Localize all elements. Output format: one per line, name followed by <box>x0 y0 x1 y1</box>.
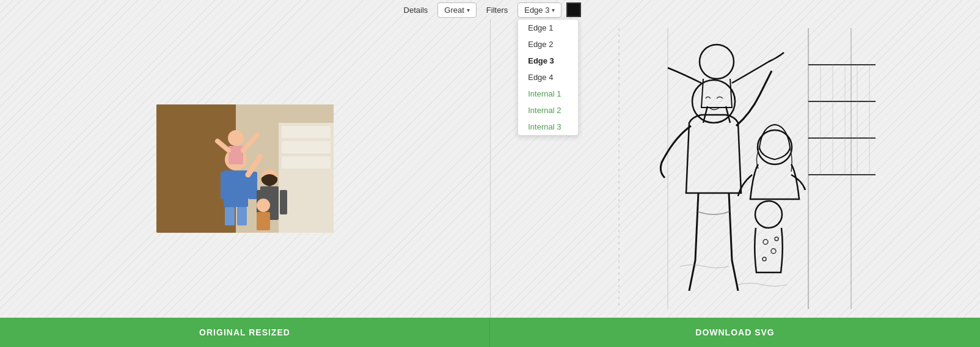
edge-dropdown-label: Edge 3 <box>524 5 549 15</box>
original-image <box>156 104 334 233</box>
svg-point-21 <box>257 199 270 212</box>
dropdown-item-internal1[interactable]: Internal 1 <box>518 86 578 102</box>
great-label: Great <box>444 5 464 15</box>
svg-point-35 <box>755 201 782 228</box>
download-svg-button[interactable]: DOWNLOAD SVG <box>490 318 980 347</box>
edge-dropdown-container: Edge 3 ▾ Edge 1 Edge 2 Edge 3 Edge 4 Int… <box>517 2 561 18</box>
svg-rect-20 <box>280 190 287 214</box>
panel-divider <box>490 20 491 318</box>
bottom-bars: ORIGINAL RESIZED DOWNLOAD SVG <box>0 318 980 347</box>
svg-rect-5 <box>282 141 331 153</box>
svg-rect-4 <box>282 126 331 138</box>
dropdown-item-internal2[interactable]: Internal 2 <box>518 102 578 119</box>
color-swatch[interactable] <box>566 2 581 17</box>
original-resized-button[interactable]: ORIGINAL RESIZED <box>0 318 490 347</box>
sketch-svg <box>594 28 876 309</box>
svg-rect-6 <box>282 156 331 169</box>
great-dropdown-container: Great ▾ <box>437 2 477 18</box>
toolbar: Details Great ▾ Filters Edge 3 ▾ Edge 1 … <box>0 0 980 20</box>
svg-rect-14 <box>229 146 243 164</box>
great-dropdown-button[interactable]: Great ▾ <box>437 2 477 18</box>
svg-point-38 <box>762 257 766 261</box>
svg-point-36 <box>763 239 768 244</box>
svg-rect-3 <box>279 123 334 233</box>
details-label[interactable]: Details <box>399 3 433 17</box>
svg-rect-1 <box>156 104 236 233</box>
original-resized-label: ORIGINAL RESIZED <box>199 327 290 337</box>
svg-point-37 <box>771 249 776 254</box>
dropdown-item-edge3[interactable]: Edge 3 <box>518 53 578 69</box>
svg-rect-9 <box>221 172 230 199</box>
left-panel <box>0 20 490 318</box>
svg-rect-12 <box>237 207 247 225</box>
svg-point-33 <box>700 45 734 79</box>
edge-dropdown-button[interactable]: Edge 3 ▾ <box>517 2 561 18</box>
great-chevron-icon: ▾ <box>467 7 470 13</box>
sketch-area <box>594 28 876 309</box>
dropdown-item-edge2[interactable]: Edge 2 <box>518 36 578 53</box>
svg-point-13 <box>228 130 244 146</box>
original-image-svg <box>156 104 334 233</box>
edge-dropdown-menu: Edge 1 Edge 2 Edge 3 Edge 4 Internal 1 I… <box>517 19 579 136</box>
edge-chevron-icon: ▾ <box>552 7 555 13</box>
svg-rect-22 <box>257 212 270 230</box>
dropdown-item-edge4[interactable]: Edge 4 <box>518 69 578 86</box>
dropdown-item-edge1[interactable]: Edge 1 <box>518 20 578 36</box>
dropdown-item-internal3[interactable]: Internal 3 <box>518 119 578 135</box>
filters-label[interactable]: Filters <box>481 3 513 17</box>
download-svg-label: DOWNLOAD SVG <box>695 327 774 337</box>
svg-rect-11 <box>225 207 235 225</box>
svg-point-39 <box>775 237 778 241</box>
